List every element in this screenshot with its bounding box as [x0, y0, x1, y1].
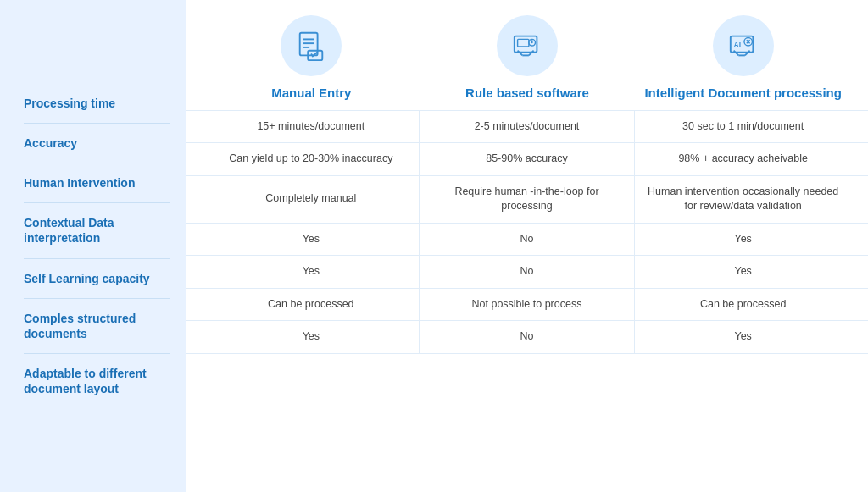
cell-1-1: 85-90% accuracy: [420, 143, 636, 175]
rule-icon: [497, 15, 558, 76]
manual-icon: [281, 15, 342, 76]
table-row-2: Completely manualRequire human -in-the-l…: [186, 175, 868, 223]
table-row-1: Can yield up to 20-30% inaccuracy85-90% …: [186, 142, 868, 175]
cell-2-1: Require human -in-the-loop for processin…: [420, 176, 636, 223]
sidebar-item-0: Processing time: [24, 84, 170, 124]
svg-text:AI: AI: [733, 41, 741, 49]
col-title-0: Manual Entry: [271, 85, 351, 102]
cell-3-1: No: [420, 224, 636, 256]
sidebar: Processing timeAccuracyHuman Interventio…: [0, 0, 186, 492]
cell-3-0: Yes: [203, 224, 420, 256]
cell-1-2: 98% + accuracy acheivable: [635, 143, 851, 175]
cell-3-2: Yes: [635, 224, 851, 256]
cell-5-1: Not possible to process: [420, 289, 636, 321]
table-row-4: YesNoYes: [186, 255, 868, 288]
cell-2-0: Completely manual: [203, 176, 420, 223]
sidebar-item-2: Human Intervention: [24, 163, 170, 203]
cell-1-0: Can yield up to 20-30% inaccuracy: [203, 143, 420, 175]
cell-0-1: 2-5 minutes/document: [420, 111, 636, 143]
table-row-6: YesNoYes: [186, 320, 868, 354]
sidebar-item-4: Self Learning capacity: [24, 259, 170, 299]
col-header-1: Rule based software: [420, 15, 636, 102]
cell-2-2: Human intervention occasionally needed f…: [635, 176, 851, 223]
svg-line-8: [529, 51, 534, 56]
cell-6-1: No: [420, 321, 636, 353]
svg-line-15: [733, 51, 738, 56]
table-row-0: 15+ minutes/document2-5 minutes/document…: [186, 110, 868, 143]
cell-4-0: Yes: [203, 256, 420, 288]
svg-point-12: [531, 41, 533, 43]
columns-header: Manual Entry Rule based software AI Inte…: [186, 15, 868, 102]
cell-5-0: Can be processed: [203, 289, 420, 321]
cell-6-0: Yes: [203, 321, 420, 353]
table-row-3: YesNoYes: [186, 223, 868, 256]
svg-line-16: [745, 51, 750, 56]
sidebar-item-3: Contextual Data interpretation: [24, 203, 170, 258]
cell-6-2: Yes: [635, 321, 851, 353]
cell-0-0: 15+ minutes/document: [203, 111, 420, 143]
table-row-5: Can be processedNot possible to processC…: [186, 288, 868, 321]
sidebar-item-6: Adaptable to different document layout: [24, 354, 170, 408]
cell-4-2: Yes: [635, 256, 851, 288]
sidebar-item-5: Comples structured documents: [24, 299, 170, 354]
col-title-1: Rule based software: [465, 85, 589, 102]
sidebar-item-1: Accuracy: [24, 124, 170, 163]
col-title-2: Intelligent Document processing: [644, 85, 842, 102]
col-header-0: Manual Entry: [203, 15, 420, 102]
main-content: Manual Entry Rule based software AI Inte…: [186, 0, 868, 492]
cell-5-2: Can be processed: [635, 289, 851, 321]
col-header-2: AI Intelligent Document processing: [635, 15, 851, 102]
svg-rect-6: [518, 39, 529, 47]
cell-4-1: No: [420, 256, 636, 288]
table-body: 15+ minutes/document2-5 minutes/document…: [186, 110, 868, 484]
cell-0-2: 30 sec to 1 min/document: [635, 111, 851, 143]
ai-icon: AI: [713, 15, 774, 76]
svg-line-7: [518, 51, 523, 56]
